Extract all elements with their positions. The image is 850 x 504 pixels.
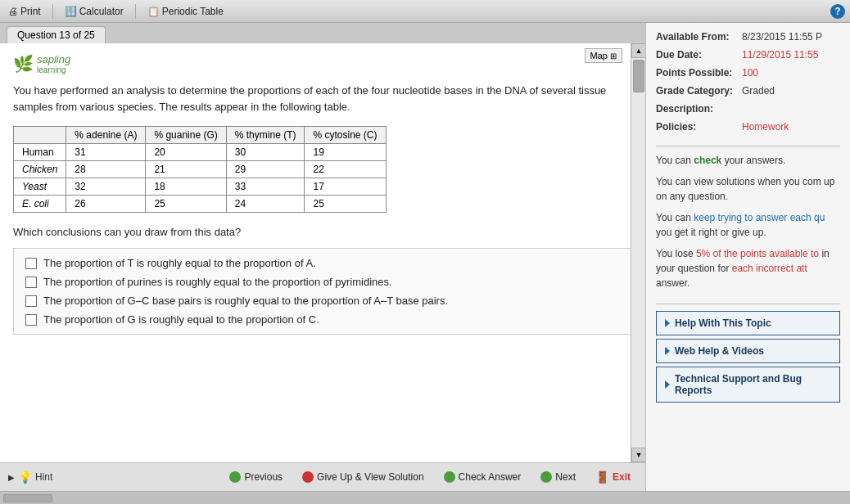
scroll-thumb[interactable] — [633, 60, 644, 92]
cell-2-2: 18 — [146, 178, 226, 196]
table-icon: 📋 — [147, 6, 160, 17]
cell-1-0: Chicken — [14, 161, 66, 178]
web-help-header[interactable]: Web Help & Videos — [657, 340, 839, 362]
answer-choice-0[interactable]: The proportion of T is roughly equal to … — [25, 257, 620, 269]
choice-text-1: The proportion of purines is roughly equ… — [43, 276, 392, 288]
answer-choice-1[interactable]: The proportion of purines is roughly equ… — [25, 276, 620, 288]
cell-3-2: 25 — [146, 196, 226, 213]
h-scroll-thumb[interactable] — [3, 494, 52, 502]
next-button[interactable]: Next — [534, 469, 582, 485]
divider2 — [656, 304, 840, 304]
question-area: Map ⊞ 🌿 sapling learning You have perfor… — [0, 43, 645, 462]
cell-0-3: 30 — [226, 144, 305, 161]
answer-choice-2[interactable]: The proportion of G–C base pairs is roug… — [25, 295, 620, 307]
due-date-value: 11/29/2015 11:55 — [742, 49, 818, 61]
cell-3-1: 26 — [66, 196, 146, 213]
check-answer-button[interactable]: Check Answer — [437, 469, 528, 485]
previous-icon — [229, 471, 241, 483]
previous-button[interactable]: Previous — [223, 469, 289, 485]
sapling-text: sapling — [37, 53, 70, 65]
toolbar: 🖨 Print 🔢 Calculator 📋 Periodic Table ? — [0, 0, 850, 23]
cell-2-4: 17 — [305, 178, 386, 196]
question-prompt: Which conclusions can you draw from this… — [13, 226, 632, 238]
grade-category-row: Grade Category: Graded — [656, 85, 840, 97]
tech-support-header[interactable]: Technical Support and Bug Reports — [657, 367, 839, 402]
col-header-4: % cytosine (C) — [305, 127, 386, 144]
calculator-icon: 🔢 — [65, 6, 77, 17]
scroll-up-arrow[interactable]: ▲ — [631, 43, 645, 58]
scroll-down-arrow[interactable]: ▼ — [631, 448, 645, 462]
map-grid-icon: ⊞ — [610, 52, 617, 61]
cell-1-2: 21 — [146, 161, 226, 178]
periodic-table-button[interactable]: 📋 Periodic Table — [144, 4, 227, 19]
help-topic-header[interactable]: Help With This Topic — [657, 312, 839, 335]
tab-bar: Question 13 of 25 — [0, 23, 645, 43]
vertical-scrollbar[interactable]: ▲ ▼ — [631, 43, 645, 462]
check-icon — [444, 471, 455, 483]
nav-buttons: Previous Give Up & View Solution Check A… — [223, 468, 637, 486]
due-date-row: Due Date: 11/29/2015 11:55 — [656, 49, 840, 61]
table-row: Chicken28212922 — [14, 161, 387, 178]
hint-label[interactable]: Hint — [35, 471, 52, 483]
exit-button[interactable]: 🚪 Exit — [589, 468, 637, 486]
help-icon[interactable]: ? — [830, 4, 845, 19]
web-help-section: Web Help & Videos — [656, 339, 840, 363]
left-panel: Question 13 of 25 Map ⊞ 🌿 sapling learni… — [0, 23, 645, 491]
print-button[interactable]: 🖨 Print — [5, 4, 44, 19]
cell-3-3: 24 — [226, 196, 305, 213]
cell-2-0: Yeast — [14, 178, 66, 196]
answer-box: The proportion of T is roughly equal to … — [13, 248, 632, 335]
choice-text-0: The proportion of T is roughly equal to … — [43, 257, 316, 269]
scroll-track[interactable] — [631, 58, 645, 448]
print-icon: 🖨 — [8, 6, 18, 17]
points-row: Points Possible: 100 — [656, 67, 840, 79]
question-tab[interactable]: Question 13 of 25 — [7, 26, 106, 43]
sapling-sub: learning — [37, 65, 70, 74]
cell-3-4: 25 — [305, 196, 386, 213]
main-layout: Question 13 of 25 Map ⊞ 🌿 sapling learni… — [0, 23, 850, 491]
help-topic-label: Help With This Topic — [675, 317, 771, 329]
table-body: Human31203019Chicken28212922Yeast3218331… — [14, 144, 387, 213]
web-help-arrow-icon — [665, 347, 670, 355]
tech-support-section: Technical Support and Bug Reports — [656, 367, 840, 403]
choice-checkbox-2[interactable] — [25, 295, 37, 307]
collapse-arrow-icon — [665, 319, 670, 327]
sapling-logo: 🌿 sapling learning — [13, 53, 632, 74]
map-button[interactable]: Map ⊞ — [585, 48, 622, 63]
choice-checkbox-0[interactable] — [25, 258, 37, 269]
cell-1-4: 22 — [305, 161, 386, 178]
horizontal-scrollbar[interactable] — [0, 491, 850, 504]
choice-checkbox-3[interactable] — [25, 314, 37, 326]
col-header-0 — [14, 127, 66, 144]
question-content: 🌿 sapling learning You have performed an… — [0, 43, 645, 462]
tech-support-arrow-icon — [665, 380, 670, 389]
separator — [52, 4, 53, 19]
data-table: % adenine (A) % guanine (G) % thymine (T… — [13, 126, 387, 213]
separator2 — [135, 4, 136, 19]
grade-category-label: Grade Category: — [656, 85, 742, 97]
available-from-row: Available From: 8/23/2015 11:55 P — [656, 31, 840, 43]
cell-0-0: Human — [14, 144, 66, 161]
choice-text-3: The proportion of G is roughly equal to … — [43, 313, 319, 326]
table-row: Human31203019 — [14, 144, 387, 161]
available-from-value: 8/23/2015 11:55 P — [742, 31, 822, 43]
cell-2-3: 33 — [226, 178, 305, 196]
points-label: Points Possible: — [656, 67, 742, 79]
policies-label: Policies: — [656, 121, 742, 133]
cell-3-0: E. coli — [14, 196, 66, 213]
calculator-button[interactable]: 🔢 Calculator — [61, 4, 127, 19]
choice-checkbox-1[interactable] — [25, 277, 37, 288]
give-up-icon — [302, 471, 314, 483]
answer-choice-3[interactable]: The proportion of G is roughly equal to … — [25, 313, 620, 326]
cell-1-3: 29 — [226, 161, 305, 178]
grade-category-value: Graded — [742, 85, 775, 97]
web-help-label: Web Help & Videos — [675, 345, 764, 357]
col-header-3: % thymine (T) — [226, 127, 305, 144]
col-header-1: % adenine (A) — [66, 127, 146, 144]
cell-2-1: 32 — [66, 178, 146, 196]
description-label: Description: — [656, 103, 742, 115]
next-icon — [540, 471, 552, 483]
give-up-button[interactable]: Give Up & View Solution — [296, 469, 431, 485]
policies-link[interactable]: Homework — [742, 121, 789, 133]
description-row: Description: — [656, 103, 840, 115]
